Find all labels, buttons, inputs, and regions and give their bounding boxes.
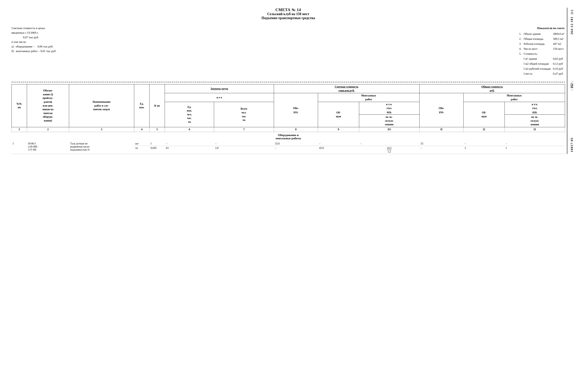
header-justification: Обосно-вание (§прейску-рантовили цен-ник…: [27, 84, 69, 127]
col-num-2: 2: [27, 127, 69, 132]
header-sm-mon: Монтажныхработ: [318, 93, 420, 102]
dashed-line-top: [11, 82, 565, 82]
row-gen-mon-ob-2: 2: [463, 146, 504, 154]
col-num-10: IO: [359, 127, 419, 132]
row-sm-obo-2: –: [274, 146, 318, 154]
col-num-8: 8: [274, 127, 318, 132]
row-labor-vsego-1: –: [214, 141, 274, 146]
header-sm-obo: Обо-руд.: [274, 93, 318, 127]
row-justification: I9-06-Iп.I6-0603-У-6II: [27, 141, 69, 154]
row-gen-obo-1: 33: [419, 141, 463, 146]
indicator-label: I места: [522, 71, 552, 76]
row-unit-2: тн: [134, 146, 149, 154]
row-unit-1: шт: [134, 141, 149, 146]
row-gen-mon-vtch-1: –: [504, 141, 565, 146]
header-qty: К-во: [149, 84, 165, 127]
indicator-value: 2869,0 м³: [552, 31, 565, 36]
indicator-num: 3.: [519, 41, 522, 46]
cost-item-b: б) монтажных работ – 0,01 тыс.руб.: [11, 49, 56, 53]
col-num-5: 5: [149, 127, 165, 132]
col-num-7: 7: [214, 127, 274, 132]
row-gen-obo-2: –: [419, 146, 463, 154]
indicator-label: I м³ здания: [522, 56, 552, 61]
row-num: I: [12, 141, 27, 154]
indicator-row: I м2 общей площади 0,12 руб: [519, 61, 565, 66]
indicator-num: 5.: [519, 51, 522, 56]
header-row-1: №№пп Обосно-вание (§прейску-рантовили це…: [12, 84, 565, 93]
cost-total: 0,07 тыс.руб.: [11, 35, 56, 40]
col-num-12: I2: [463, 127, 504, 132]
indicator-row: I м2 рабочей площади 0,16 руб: [519, 66, 565, 71]
indicator-value: 447 м2: [552, 41, 565, 46]
indicators-table: 1. Объем здания 2869,0 м³ 2. Общая площа…: [519, 31, 565, 76]
info-left: Сметная стоимость в ценах введенных с I/…: [11, 26, 56, 76]
subtitle1: Сельский клуб на 150 мест: [11, 12, 565, 16]
row-qty-2: 0,045: [149, 146, 165, 154]
header-sm-title: Сметная стоимостьедин.изм.руб.: [274, 84, 419, 93]
indicator-label: I м2 рабочей площади: [522, 66, 552, 71]
indicator-row: 2. Общая площадь 589,5 м2: [519, 36, 565, 41]
row-qty-1: I: [149, 141, 165, 146]
indicator-num: [519, 61, 522, 66]
header-labor-sub: в е о: [165, 93, 274, 102]
sidebar-text-top: 264-12-181 (г): [570, 10, 574, 35]
row-sm-mon-ob-1: –: [318, 141, 359, 146]
row-gen-mon-vtch-2: I: [504, 146, 565, 154]
indicator-value: 0,16 руб: [552, 66, 565, 71]
column-numbers-row: I 2 3 4 5 6 7 8 9 IO II I2 I3: [12, 127, 565, 132]
item-b-label: б): [11, 49, 14, 53]
header-name: Наименованиеработ и эле-ментов затрат: [69, 84, 134, 127]
header-labor-vsego: Всегочел.частн: [214, 102, 274, 127]
item-a-label: а): [11, 44, 14, 49]
fraction-denominator: 1,2: [388, 150, 391, 153]
fractional-value: 24,2 1,2: [360, 146, 418, 153]
fraction-numerator: 24,2: [387, 146, 392, 150]
indicator-row: 5. Стоимость:: [519, 51, 565, 56]
indicator-num: [519, 71, 522, 76]
row-sm-obo-1: 33,0: [274, 141, 318, 146]
row-gen-mon-ob-1: –: [463, 141, 504, 146]
indicator-num: [519, 66, 522, 71]
table-row: I I9-06-Iп.I6-0603-У-6II Таль ручная пе-…: [12, 141, 565, 146]
cost-including: в том числе:: [11, 40, 56, 44]
indicator-label: Число мест: [522, 46, 552, 51]
row-name: Таль ручная пе-редвижная грузо-подъемнос…: [69, 141, 134, 154]
header-num: №№пп: [12, 84, 27, 127]
row-sm-mon-vtch-2: 24,2 1,2: [359, 146, 419, 154]
right-sidebar: 264-12-181 (г) - 162 - 16017-05: [567, 8, 577, 154]
indicator-label: Объем здания: [522, 31, 552, 36]
sidebar-text-middle: - 162 -: [570, 81, 574, 90]
header-gen-obo: Обо-руд.: [419, 93, 463, 127]
section-header-label: Оборудование имонтажные работы: [12, 132, 565, 141]
col-num-6: 6: [165, 127, 214, 132]
header-labor-title: Затраты труда: [165, 84, 274, 93]
col-num-9: 9: [318, 127, 359, 132]
header-gen-title: Общая стоимостьруб.: [419, 84, 565, 93]
col-num-11: II: [419, 127, 463, 132]
row-labor-ed-1: –: [165, 141, 214, 146]
row-labor-ed-2: 63: [165, 146, 214, 154]
header-gen-mon-vtch: в т.ч.з/пл.осн.: [504, 102, 565, 115]
item-a-text: оборудование – 0,06 тыс.руб.: [16, 44, 53, 49]
cost-item-a: а) оборудование – 0,06 тыс.руб.: [11, 44, 56, 49]
indicator-row: 4. Число мест 150 мест: [519, 46, 565, 51]
header-gen-underline: Общая стоимостьруб.: [481, 85, 503, 92]
header-labor-underline: Затраты труда: [210, 87, 228, 90]
main-table: №№пп Обосно-вание (§прейску-рантовили це…: [11, 84, 565, 154]
header-labor-ed: Ед.изм.чел.час.тн: [165, 102, 214, 127]
item-b-text: монтажных работ – 0,01 тыс.руб.: [16, 49, 57, 53]
col-num-13: I3: [504, 127, 565, 132]
indicator-label: Стоимость:: [522, 51, 552, 56]
header-gen-mon-ob: Об-щая: [463, 102, 504, 127]
indicator-row: I места 0,47 руб: [519, 71, 565, 76]
info-right: Показатели по смете: 1. Объем здания 286…: [519, 26, 565, 76]
info-section: Сметная стоимость в ценах введенных с I/…: [11, 26, 565, 76]
indicator-value: 150 мест: [552, 46, 565, 51]
col-num-4: 4: [134, 127, 149, 132]
row-sm-mon-vtch-1: –: [359, 141, 419, 146]
col-num-3: 3: [69, 127, 134, 132]
col-num-1: I: [12, 127, 27, 132]
indicator-row: I м³ здания 0,02 руб: [519, 56, 565, 61]
row-labor-vsego-2: 2,8: [214, 146, 274, 154]
indicator-value: 0,12 руб: [552, 61, 565, 66]
